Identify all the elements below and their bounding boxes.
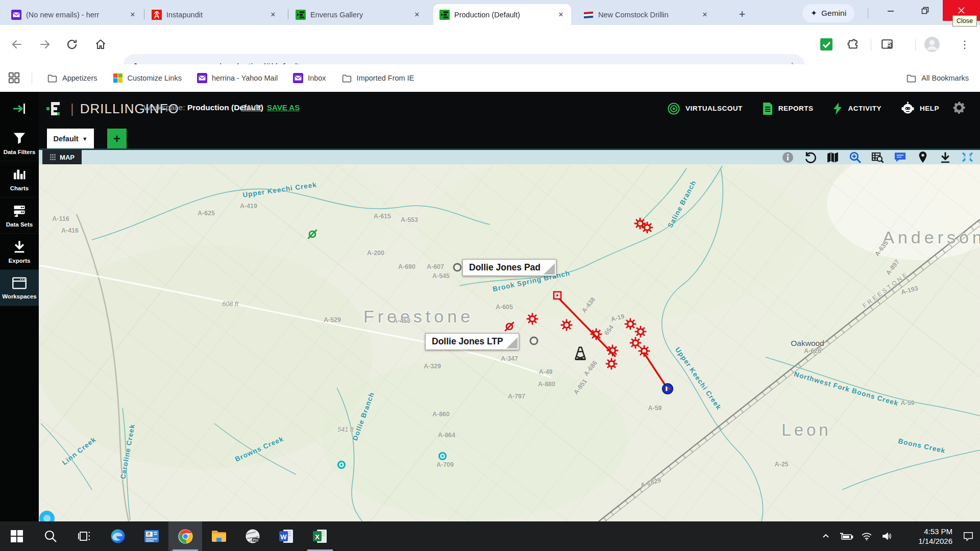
close-tab-icon[interactable]: ✕ — [128, 10, 138, 20]
add-workspace-button[interactable]: + — [107, 129, 127, 148]
header-nav-activity[interactable]: ACTIVITY — [832, 102, 881, 115]
enverus-favicon — [439, 10, 450, 20]
browser-tab[interactable]: Enverus Gallery ✕ — [289, 4, 427, 25]
wifi-icon[interactable] — [856, 532, 877, 541]
bolt-icon — [832, 102, 843, 115]
pin-icon[interactable] — [916, 151, 929, 164]
back-button[interactable] — [7, 35, 27, 54]
tab-title: Production (Default) — [454, 11, 553, 19]
browser-tab[interactable]: Instapundit ✕ — [145, 4, 283, 25]
map-place-label: Freestone — [363, 307, 474, 327]
lake-marker[interactable] — [39, 510, 52, 521]
taskbar-chrome-icon[interactable] — [168, 521, 202, 551]
settings-gear-icon[interactable] — [951, 100, 967, 115]
taskbar-earthpro-icon[interactable]: Pro — [236, 521, 270, 551]
taskbar-stats-icon[interactable] — [135, 521, 168, 551]
tablesearch-icon[interactable] — [871, 151, 884, 164]
sidebar-item-data-filters[interactable]: Data Filters — [0, 125, 39, 161]
map-place-label: Leon — [781, 420, 831, 440]
well-ring-marker[interactable] — [528, 335, 542, 348]
header-nav-help[interactable]: HELP — [901, 102, 939, 115]
taskbar-explorer-icon[interactable] — [202, 521, 236, 551]
map-survey-label: A-529 — [324, 316, 341, 323]
close-tab-icon[interactable]: ✕ — [412, 10, 422, 20]
gas-well-marker[interactable] — [641, 221, 654, 234]
new-tab-button[interactable]: + — [734, 6, 750, 22]
well-label-box[interactable]: Dollie Jones LTP — [425, 333, 519, 350]
collapse-icon[interactable] — [961, 151, 974, 164]
forward-button[interactable] — [35, 35, 55, 54]
sidebar-item-workspaces[interactable]: Workspaces — [0, 270, 39, 306]
taskbar-searchw-icon[interactable] — [34, 521, 67, 551]
browser-tab[interactable]: New Comstock Drillin ✕ — [577, 4, 715, 25]
taskbar-clock[interactable]: 4:53 PM 1/14/2026 — [899, 527, 952, 546]
taskbar-word-icon[interactable]: W — [270, 521, 303, 551]
reload-button[interactable] — [62, 35, 82, 54]
extensions-puzzle-icon[interactable] — [844, 35, 862, 54]
sidebar-item-charts[interactable]: Charts — [0, 161, 39, 197]
close-tab-icon[interactable]: ✕ — [700, 10, 710, 20]
taskbar-taskview-icon[interactable] — [67, 521, 101, 551]
browser-tab[interactable]: (No new emails) - herr ✕ — [5, 4, 143, 25]
tray-chevron-up-icon[interactable] — [816, 532, 836, 541]
browser-menu-icon[interactable]: ⋮ — [955, 35, 974, 54]
map-canvas[interactable]: FreestoneLeonAndersonOakwoodFREESTONEUpp… — [39, 164, 980, 521]
save-as-button[interactable]: SAVE AS — [267, 103, 300, 112]
bookmark-item[interactable]: Customize Links — [113, 73, 182, 83]
taskbar-excel-icon[interactable]: X — [303, 521, 337, 551]
sidebar-item-data-sets[interactable]: Data Sets — [0, 197, 39, 234]
taskbar-edge-icon[interactable] — [101, 521, 135, 551]
lateral-end-marker[interactable] — [661, 382, 674, 395]
zoomin-icon[interactable] — [849, 151, 862, 164]
close-tab-icon[interactable]: ✕ — [268, 10, 278, 20]
gemini-button[interactable]: ✦ Gemini — [802, 4, 854, 22]
workspace-tab-default[interactable]: Default ▼ — [47, 129, 94, 148]
browser-tab[interactable]: Production (Default) ✕ — [433, 4, 571, 25]
battery-icon[interactable] — [836, 532, 856, 541]
restore-button[interactable] — [909, 0, 941, 21]
action-center-icon[interactable] — [957, 531, 980, 542]
map-tab[interactable]: MAP — [42, 150, 82, 164]
mapicon-icon[interactable] — [826, 151, 839, 164]
info-icon[interactable] — [781, 151, 794, 164]
gas-well-marker[interactable] — [526, 312, 539, 325]
completed-well-marker[interactable] — [335, 458, 348, 471]
gas-well-marker[interactable] — [560, 318, 573, 332]
slashed-well-marker[interactable] — [503, 320, 516, 333]
side-panel-search-icon[interactable] — [878, 35, 896, 54]
gas-well-marker[interactable] — [590, 328, 603, 341]
sidebar-item-exports[interactable]: Exports — [0, 234, 39, 270]
profile-avatar[interactable] — [923, 35, 941, 54]
gas-well-marker[interactable] — [605, 357, 618, 370]
minimize-button[interactable] — [875, 0, 906, 21]
bookmark-item[interactable]: Appetizers — [47, 73, 97, 84]
well-label-box[interactable]: Dollie Jones Pad — [462, 259, 556, 276]
save-button[interactable]: SAVE — [241, 103, 261, 112]
robot-icon — [901, 102, 915, 115]
extension-check-icon[interactable] — [817, 35, 836, 54]
comment-icon[interactable] — [894, 151, 906, 164]
home-button[interactable] — [91, 35, 110, 54]
all-bookmarks-button[interactable]: All Bookmarks — [906, 64, 969, 92]
gas-well-marker[interactable] — [606, 344, 619, 357]
bookmark-item[interactable]: herrina - Yahoo Mail — [197, 73, 278, 83]
drilling-rig-marker[interactable] — [572, 344, 585, 358]
apps-grid-icon[interactable] — [7, 71, 21, 85]
permit-square-marker[interactable] — [551, 289, 565, 303]
bookmark-item[interactable]: Inbox — [293, 73, 326, 83]
gas-well-marker[interactable] — [638, 344, 651, 358]
close-tab-icon[interactable]: ✕ — [556, 10, 566, 20]
taskbar-start-icon[interactable] — [0, 521, 34, 551]
map-survey-label: A-607 — [427, 263, 444, 270]
undo-icon[interactable] — [804, 151, 817, 164]
expand-panel-button[interactable] — [0, 92, 39, 125]
speaker-icon[interactable] — [877, 532, 897, 541]
slashed-well-marker[interactable] — [306, 228, 319, 241]
bookmark-item[interactable]: Imported From IE — [341, 73, 414, 84]
label-fold-corner — [544, 263, 555, 274]
completed-well-marker[interactable] — [436, 449, 449, 463]
nav-label: ACTIVITY — [848, 105, 881, 112]
header-nav-reports[interactable]: REPORTS — [762, 102, 814, 115]
downarrow-icon[interactable] — [939, 151, 951, 164]
header-nav-virtualscout[interactable]: VIRTUALSCOUT — [667, 102, 743, 115]
